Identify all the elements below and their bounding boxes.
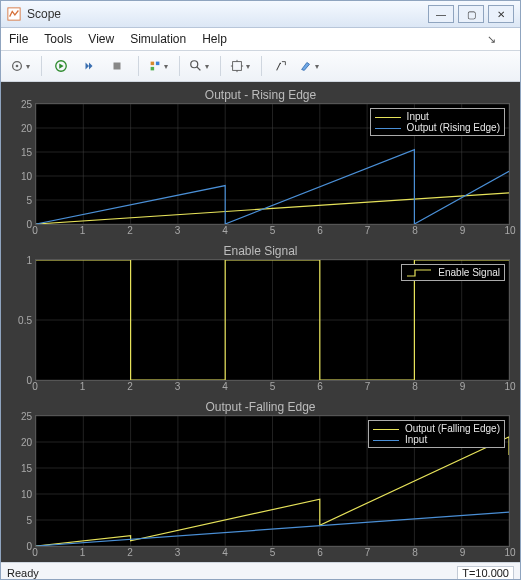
stop-button[interactable] [104,54,130,78]
status-text: Ready [7,567,39,579]
legend-label: Input [405,434,427,445]
toolbar-separator [261,56,262,76]
window-buttons: — ▢ ✕ [428,5,514,23]
zoom-button[interactable] [186,54,212,78]
y-axis-labels: 0510152025 [8,416,34,546]
menubar: File Tools View Simulation Help ↘ [1,28,520,51]
toolbar-separator [138,56,139,76]
chart-title: Output - Rising Edge [5,86,516,103]
configure-button[interactable] [7,54,33,78]
chart-falling: Output -Falling Edge 0510152025 Output (… [5,398,516,561]
menu-view[interactable]: View [88,32,114,46]
legend-label: Input [407,111,429,122]
toolbar [1,51,520,82]
legend-row: Input [375,111,500,122]
chart-canvas-rising[interactable]: 0510152025 InputOutput (Rising Edge) [35,103,510,225]
titlebar: Scope — ▢ ✕ [1,1,520,28]
maximize-button[interactable]: ▢ [458,5,484,23]
menu-tools[interactable]: Tools [44,32,72,46]
window-title: Scope [27,7,428,21]
chart-canvas-enable[interactable]: 00.51 Enable Signal [35,259,510,381]
x-axis-labels: 012345678910 [35,547,510,561]
cursor-measure-button[interactable] [268,54,294,78]
triggers-button[interactable] [145,54,171,78]
step-forward-button[interactable] [76,54,102,78]
chart-enable: Enable Signal 00.51 Enable Signal 012345… [5,242,516,395]
highlight-button[interactable] [296,54,322,78]
chart-canvas-falling[interactable]: 0510152025 Output (Falling Edge)Input [35,415,510,547]
menu-simulation[interactable]: Simulation [130,32,186,46]
scope-app-icon [7,7,21,21]
svg-rect-7 [151,67,155,71]
svg-point-8 [191,61,198,68]
toolbar-separator [220,56,221,76]
svg-point-2 [16,65,19,68]
svg-rect-10 [233,62,242,71]
menu-file[interactable]: File [9,32,28,46]
plots-area: Output - Rising Edge 0510152025 InputOut… [1,82,520,562]
legend-label: Enable Signal [438,267,500,278]
svg-rect-5 [151,62,155,66]
legend: Enable Signal [401,264,505,281]
run-button[interactable] [48,54,74,78]
pin-icon[interactable]: ↘ [487,33,496,46]
x-axis-labels: 012345678910 [35,381,510,395]
status-time: T=10.000 [457,566,514,580]
legend: Output (Falling Edge)Input [368,420,505,448]
legend-label: Output (Falling Edge) [405,423,500,434]
legend-label: Output (Rising Edge) [407,122,500,133]
legend-row: Output (Rising Edge) [375,122,500,133]
y-axis-labels: 00.51 [8,260,34,380]
svg-rect-6 [156,62,160,66]
minimize-button[interactable]: — [428,5,454,23]
legend-row: Enable Signal [406,267,500,278]
toolbar-separator [179,56,180,76]
chart-title: Output -Falling Edge [5,398,516,415]
chart-title: Enable Signal [5,242,516,259]
legend: InputOutput (Rising Edge) [370,108,505,136]
statusbar: Ready T=10.000 [1,562,520,580]
toolbar-separator [41,56,42,76]
menu-help[interactable]: Help [202,32,227,46]
legend-row: Input [373,434,500,445]
svg-rect-4 [114,63,121,70]
chart-rising: Output - Rising Edge 0510152025 InputOut… [5,86,516,239]
autoscale-button[interactable] [227,54,253,78]
x-axis-labels: 012345678910 [35,225,510,239]
svg-line-9 [197,67,201,71]
close-button[interactable]: ✕ [488,5,514,23]
legend-row: Output (Falling Edge) [373,423,500,434]
y-axis-labels: 0510152025 [8,104,34,224]
